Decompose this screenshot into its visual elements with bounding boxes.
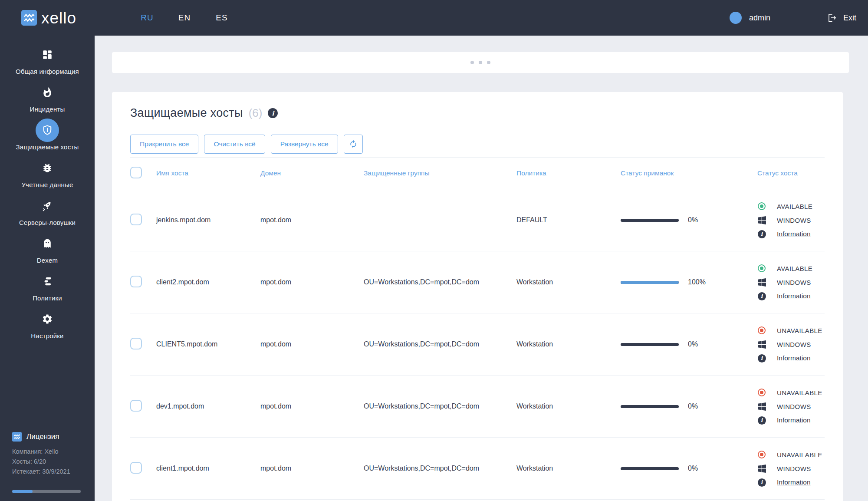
table-row: jenkins.mpot.dom mpot.dom DEFAULT 0% AVA… xyxy=(130,189,825,251)
sidebar-item-credentials[interactable]: Учетные данные xyxy=(0,156,95,188)
hosts-table: Имя хоста Домен Защищенные группы Полити… xyxy=(130,157,825,500)
refresh-button[interactable] xyxy=(344,135,363,154)
row-checkbox[interactable] xyxy=(130,338,142,349)
ellipsis-menu-icon[interactable] xyxy=(470,61,490,64)
row-checkbox[interactable] xyxy=(130,462,142,474)
col-header-groups: Защищенные группы xyxy=(364,169,516,177)
exit-button[interactable]: Exit xyxy=(826,12,856,23)
clear-all-button[interactable]: Очистить всё xyxy=(204,135,265,154)
top-toolbar xyxy=(112,52,849,73)
information-link[interactable]: Information xyxy=(777,292,811,300)
policy-bars-icon xyxy=(42,276,53,287)
row-checkbox[interactable] xyxy=(130,400,142,412)
information-link[interactable]: Information xyxy=(777,230,811,238)
host-name: CLIENT5.mpot.dom xyxy=(156,340,260,348)
protected-hosts-card: Защищаемые хосты (6) Прикрепить все Очис… xyxy=(112,92,843,501)
sidebar-item-dexem[interactable]: Dexem xyxy=(0,232,95,264)
col-header-decoys: Статус приманок xyxy=(621,169,757,177)
policy: Workstation xyxy=(516,465,621,472)
license-progress-bar xyxy=(12,490,81,493)
os-label: WINDOWS xyxy=(777,217,811,224)
row-checkbox[interactable] xyxy=(130,276,142,287)
policy: Workstation xyxy=(516,278,621,286)
host-domain: mpot.dom xyxy=(260,278,364,286)
sidebar: Общая информация Инциденты Защищаемые хо… xyxy=(0,36,95,501)
license-title: Лицензия xyxy=(26,432,59,441)
host-status-label: AVAILABLE xyxy=(777,265,812,272)
row-checkbox[interactable] xyxy=(130,214,142,225)
windows-icon xyxy=(758,402,766,411)
host-status-icon xyxy=(758,326,766,334)
sidebar-item-policies[interactable]: Политики xyxy=(0,270,95,302)
information-link[interactable]: Information xyxy=(777,354,811,362)
decoy-percent: 0% xyxy=(688,465,698,472)
table-row: client1.mpot.dom mpot.dom OU=Workstation… xyxy=(130,438,825,500)
lang-tab-ru[interactable]: RU xyxy=(138,13,156,23)
expand-all-button[interactable]: Развернуть все xyxy=(271,135,338,154)
info-icon xyxy=(758,354,766,363)
sidebar-item-incidents[interactable]: Инциденты xyxy=(0,81,95,113)
xello-logo-icon-small xyxy=(12,432,22,442)
host-domain: mpot.dom xyxy=(260,465,364,472)
select-all-checkbox[interactable] xyxy=(130,167,142,178)
table-row: CLIENT5.mpot.dom mpot.dom OU=Workstation… xyxy=(130,313,825,376)
col-header-host: Имя хоста xyxy=(156,169,260,177)
decoy-percent: 0% xyxy=(688,216,698,224)
sidebar-item-label: Учетные данные xyxy=(21,181,73,188)
host-status-icon xyxy=(758,389,766,396)
policy: DEFAULT xyxy=(516,216,621,224)
brand-logo[interactable]: xello xyxy=(21,10,76,26)
decoy-progress-bar xyxy=(621,219,679,222)
decoy-percent: 0% xyxy=(688,340,698,348)
sidebar-item-protected-hosts[interactable]: Защищаемые хосты xyxy=(0,119,95,151)
language-switcher: RU EN ES xyxy=(138,13,231,23)
windows-icon xyxy=(758,465,766,473)
rocket-icon xyxy=(42,200,53,211)
decoy-percent: 0% xyxy=(688,402,698,410)
topbar: xello RU EN ES admin Exit xyxy=(0,0,868,36)
lang-tab-es[interactable]: ES xyxy=(213,13,231,23)
host-domain: mpot.dom xyxy=(260,216,364,224)
exit-label: Exit xyxy=(843,13,856,23)
protected-groups: OU=Workstations,DC=mpot,DC=dom xyxy=(364,465,516,472)
info-icon xyxy=(758,292,766,300)
host-name: jenkins.mpot.dom xyxy=(156,216,260,224)
license-panel: Лицензия Компания: Xello Хосты: 6/20 Ист… xyxy=(12,432,82,493)
info-icon xyxy=(758,230,766,238)
ghost-icon xyxy=(42,238,53,249)
info-icon xyxy=(758,416,766,425)
license-hosts: Хосты: 6/20 xyxy=(12,457,82,467)
decoy-progress-bar xyxy=(621,281,679,284)
policy: Workstation xyxy=(516,402,621,410)
host-status-label: AVAILABLE xyxy=(777,203,812,210)
dashboard-icon xyxy=(42,49,53,60)
protected-groups: OU=Workstations,DC=mpot,DC=dom xyxy=(364,402,516,410)
sidebar-item-label: Общая информация xyxy=(16,68,79,75)
sidebar-item-label: Политики xyxy=(33,294,62,302)
info-icon[interactable] xyxy=(268,108,278,118)
policy: Workstation xyxy=(516,340,621,348)
sidebar-item-trap-servers[interactable]: Серверы-ловушки xyxy=(0,194,95,226)
decoy-progress-bar xyxy=(621,405,679,408)
refresh-icon xyxy=(349,140,358,148)
sidebar-item-label: Инциденты xyxy=(30,105,65,113)
sidebar-item-settings[interactable]: Настройки xyxy=(0,307,95,339)
license-company: Компания: Xello xyxy=(12,447,82,457)
col-header-status: Статус хоста xyxy=(757,169,825,177)
sidebar-item-general-info[interactable]: Общая информация xyxy=(0,43,95,75)
main-content: Защищаемые хосты (6) Прикрепить все Очис… xyxy=(95,36,868,501)
information-link[interactable]: Information xyxy=(777,416,811,424)
os-label: WINDOWS xyxy=(777,465,811,472)
table-row: client2.mpot.dom mpot.dom OU=Workstation… xyxy=(130,251,825,313)
avatar[interactable] xyxy=(730,12,742,24)
lang-tab-en[interactable]: EN xyxy=(175,13,194,23)
license-expires: Истекает: 30/9/2021 xyxy=(12,467,82,477)
host-status-icon xyxy=(758,202,766,210)
information-link[interactable]: Information xyxy=(777,478,811,486)
host-status-icon xyxy=(758,451,766,458)
pin-all-button[interactable]: Прикрепить все xyxy=(130,135,198,154)
os-label: WINDOWS xyxy=(777,403,811,410)
hosts-count: (6) xyxy=(249,106,263,120)
windows-icon xyxy=(758,278,766,287)
brand-name: xello xyxy=(41,10,76,26)
